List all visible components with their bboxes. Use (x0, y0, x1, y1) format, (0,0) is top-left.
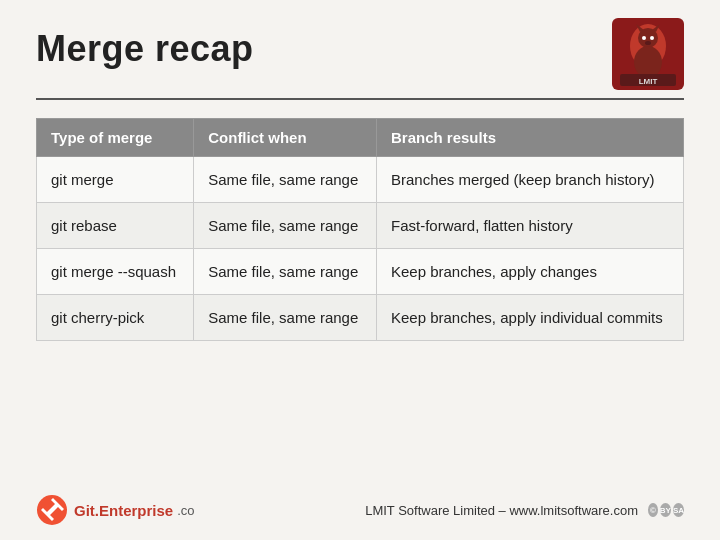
cell-result: Keep branches, apply individual commits (376, 295, 683, 341)
lmit-logo: LMIT SOFTWARE (612, 18, 684, 90)
svg-text:SOFTWARE: SOFTWARE (631, 89, 665, 90)
cell-result: Branches merged (keep branch history) (376, 157, 683, 203)
cell-conflict: Same file, same range (194, 203, 377, 249)
cell-type: git merge --squash (37, 249, 194, 295)
svg-text:LMIT: LMIT (639, 77, 658, 86)
col-header-type: Type of merge (37, 119, 194, 157)
cc-by-icon: BY (660, 503, 671, 517)
git-logo-icon (36, 494, 68, 526)
cell-result: Fast-forward, flatten history (376, 203, 683, 249)
cc-sa-icon: SA (673, 503, 684, 517)
col-header-conflict: Conflict when (194, 119, 377, 157)
svg-point-6 (650, 36, 654, 40)
footer-left: Git.Enterprise.co (36, 494, 195, 526)
footer-url: LMIT Software Limited – www.lmitsoftware… (365, 503, 638, 518)
table-row: git mergeSame file, same rangeBranches m… (37, 157, 684, 203)
git-enterprise-logo: Git.Enterprise.co (74, 502, 195, 519)
table-header-row: Type of merge Conflict when Branch resul… (37, 119, 684, 157)
page-title: Merge recap (36, 28, 254, 70)
cell-type: git cherry-pick (37, 295, 194, 341)
cell-type: git rebase (37, 203, 194, 249)
cell-result: Keep branches, apply changes (376, 249, 683, 295)
git-enterprise-co: .co (177, 503, 194, 518)
table-row: git rebaseSame file, same rangeFast-forw… (37, 203, 684, 249)
svg-point-8 (634, 46, 662, 78)
svg-point-5 (642, 36, 646, 40)
slide: Merge recap LMIT (0, 0, 720, 540)
cell-conflict: Same file, same range (194, 157, 377, 203)
svg-point-7 (645, 41, 651, 45)
cc-icon: © (648, 503, 658, 517)
col-header-result: Branch results (376, 119, 683, 157)
footer-right: LMIT Software Limited – www.lmitsoftware… (365, 503, 684, 518)
table-row: git cherry-pickSame file, same rangeKeep… (37, 295, 684, 341)
title-area: Merge recap LMIT (36, 28, 684, 100)
merge-table: Type of merge Conflict when Branch resul… (36, 118, 684, 341)
footer: Git.Enterprise.co LMIT Software Limited … (0, 494, 720, 526)
cell-conflict: Same file, same range (194, 249, 377, 295)
table-row: git merge --squashSame file, same rangeK… (37, 249, 684, 295)
cc-badge: © BY SA (648, 503, 684, 517)
git-enterprise-text: Git.Enterprise (74, 502, 173, 519)
cell-type: git merge (37, 157, 194, 203)
cell-conflict: Same file, same range (194, 295, 377, 341)
